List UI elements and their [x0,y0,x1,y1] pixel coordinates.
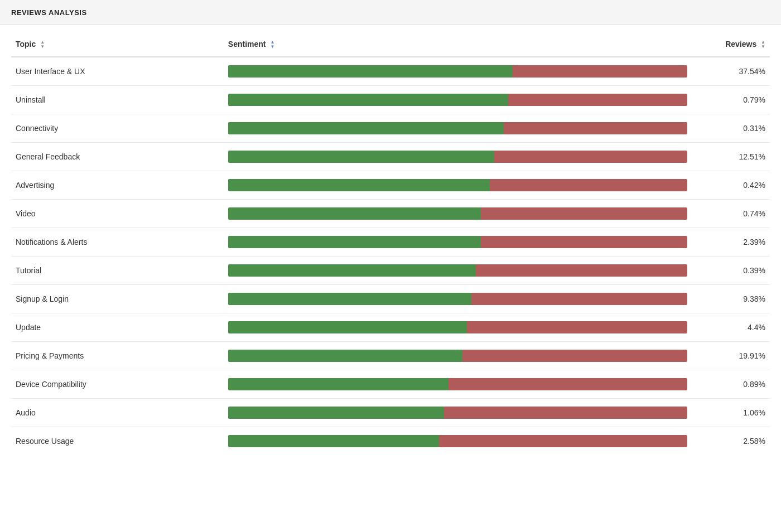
negative-bar [504,122,687,134]
cell-topic: Tutorial [11,257,224,285]
sentiment-bar [228,65,687,78]
cell-reviews: 0.74% [694,200,770,228]
cell-sentiment [224,171,694,200]
sentiment-bar [228,207,687,220]
table-row: Video0.74% [11,200,770,228]
table-row: Uninstall0.79% [11,86,770,114]
negative-bar [508,94,687,106]
table-row: Resource Usage2.58% [11,427,770,456]
table-container: Topic ▲ ▼ Sentiment ▲ ▼ Reviews [0,25,781,466]
cell-reviews: 37.54% [694,57,770,86]
cell-topic: Device Compatibility [11,370,224,399]
cell-sentiment [224,57,694,86]
negative-bar [471,293,687,305]
positive-bar [228,236,481,248]
reviews-table: Topic ▲ ▼ Sentiment ▲ ▼ Reviews [11,31,770,455]
positive-bar [228,321,467,333]
sentiment-bar [228,407,687,419]
cell-topic: Advertising [11,171,224,200]
cell-sentiment [224,399,694,427]
table-row: Pricing & Payments19.91% [11,342,770,370]
negative-bar [494,151,687,163]
positive-bar [228,65,513,78]
positive-bar [228,264,476,277]
positive-bar [228,378,449,390]
cell-topic: Uninstall [11,86,224,114]
cell-sentiment [224,427,694,456]
sentiment-bar [228,321,687,333]
positive-bar [228,435,440,447]
positive-bar [228,179,490,191]
negative-bar [476,264,687,277]
sentiment-bar [228,435,687,447]
cell-sentiment [224,114,694,143]
negative-bar [467,321,687,333]
negative-bar [513,65,687,78]
negative-bar [439,435,687,447]
cell-reviews: 4.4% [694,313,770,342]
cell-topic: Pricing & Payments [11,342,224,370]
table-row: Notifications & Alerts2.39% [11,228,770,257]
sentiment-sort-icon[interactable]: ▲ ▼ [270,40,274,50]
cell-topic: Connectivity [11,114,224,143]
table-row: General Feedback12.51% [11,143,770,171]
cell-topic: Notifications & Alerts [11,228,224,257]
negative-bar [449,378,687,390]
sentiment-bar [228,264,687,277]
cell-topic: Video [11,200,224,228]
cell-topic: Audio [11,399,224,427]
positive-bar [228,207,481,220]
sentiment-bar [228,350,687,362]
cell-sentiment [224,200,694,228]
sentiment-bar [228,122,687,134]
positive-bar [228,293,471,305]
positive-bar [228,350,462,362]
cell-reviews: 12.51% [694,143,770,171]
cell-reviews: 0.89% [694,370,770,399]
negative-bar [481,207,687,220]
table-row: Tutorial0.39% [11,257,770,285]
table-row: Update4.4% [11,313,770,342]
negative-bar [490,179,687,191]
positive-bar [228,122,504,134]
column-header-reviews[interactable]: Reviews ▲ ▼ [694,31,770,57]
page-title: REVIEWS ANALYSIS [11,8,87,17]
table-row: User Interface & UX37.54% [11,57,770,86]
table-row: Advertising0.42% [11,171,770,200]
cell-reviews: 0.31% [694,114,770,143]
table-row: Connectivity0.31% [11,114,770,143]
positive-bar [228,151,494,163]
topic-sort-icon[interactable]: ▲ ▼ [40,40,45,50]
cell-topic: General Feedback [11,143,224,171]
positive-bar [228,94,508,106]
negative-bar [481,236,687,248]
cell-reviews: 9.38% [694,285,770,313]
cell-sentiment [224,370,694,399]
cell-sentiment [224,228,694,257]
sentiment-bar [228,151,687,163]
cell-reviews: 1.06% [694,399,770,427]
sentiment-bar [228,179,687,191]
cell-sentiment [224,285,694,313]
cell-topic: User Interface & UX [11,57,224,86]
cell-sentiment [224,342,694,370]
page-header: REVIEWS ANALYSIS [0,0,781,25]
table-row: Device Compatibility0.89% [11,370,770,399]
table-row: Signup & Login9.38% [11,285,770,313]
column-header-sentiment[interactable]: Sentiment ▲ ▼ [224,31,694,57]
cell-sentiment [224,143,694,171]
cell-topic: Signup & Login [11,285,224,313]
table-header-row: Topic ▲ ▼ Sentiment ▲ ▼ Reviews [11,31,770,57]
column-header-topic[interactable]: Topic ▲ ▼ [11,31,224,57]
sentiment-bar [228,236,687,248]
positive-bar [228,407,444,419]
reviews-sort-icon[interactable]: ▲ ▼ [761,40,765,50]
cell-sentiment [224,86,694,114]
negative-bar [444,407,687,419]
cell-topic: Update [11,313,224,342]
cell-reviews: 2.39% [694,228,770,257]
cell-reviews: 19.91% [694,342,770,370]
sentiment-bar [228,94,687,106]
cell-topic: Resource Usage [11,427,224,456]
cell-reviews: 0.42% [694,171,770,200]
